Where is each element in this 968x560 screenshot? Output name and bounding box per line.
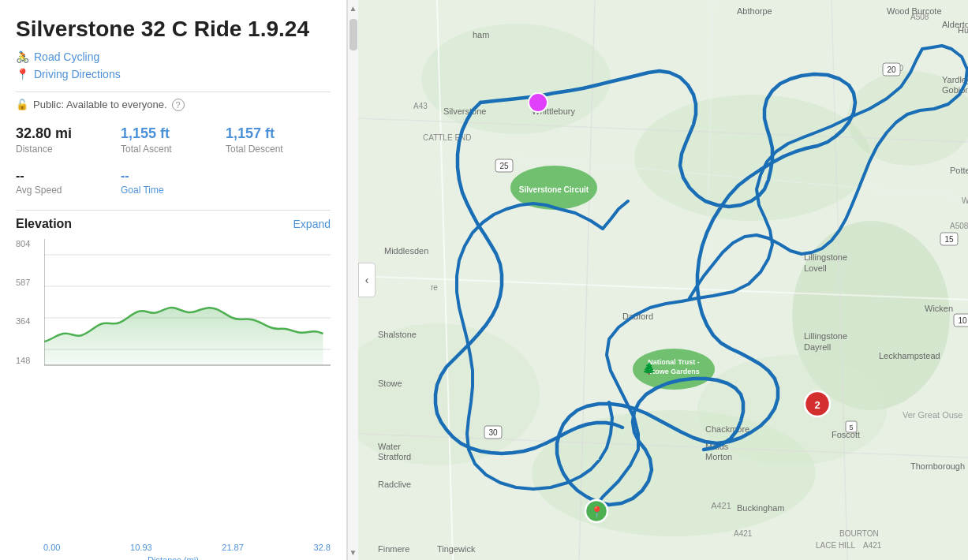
svg-text:🌲: 🌲 <box>642 362 656 375</box>
stats-row2: -- Avg Speed -- Goal Time <box>16 169 331 196</box>
svg-text:LACE HILL: LACE HILL <box>816 541 855 550</box>
svg-text:Abthorpe: Abthorpe <box>737 6 772 16</box>
x-label-1093: 10.93 <box>130 543 152 552</box>
distance-value: 32.80 mi <box>16 125 121 142</box>
svg-text:Radclive: Radclive <box>378 480 411 489</box>
svg-text:National Trust -: National Trust - <box>648 358 700 366</box>
elevation-chart: 804 587 364 148 <box>16 239 331 397</box>
svg-text:Finmere: Finmere <box>378 544 409 554</box>
svg-text:A508: A508 <box>910 13 929 21</box>
avg-speed-label: Avg Speed <box>16 185 121 196</box>
svg-text:Wicken: Wicken <box>925 304 953 313</box>
scroll-down-arrow[interactable]: ▼ <box>348 544 359 560</box>
svg-text:Stowe Gardens: Stowe Gardens <box>648 368 700 375</box>
svg-text:Shalstone: Shalstone <box>378 330 417 339</box>
avg-speed-value: -- <box>16 169 121 183</box>
goal-time-label: Goal Time <box>121 185 226 196</box>
bike-icon: 🚴 <box>16 50 29 63</box>
svg-text:Tingewick: Tingewick <box>437 544 476 554</box>
svg-text:A421: A421 <box>711 501 731 510</box>
left-panel: Silverstone 32 C Ride 1.9.24 🚴 Road Cycl… <box>0 0 347 560</box>
svg-point-84 <box>529 93 548 112</box>
svg-text:re: re <box>431 283 438 292</box>
divider-2 <box>16 210 331 211</box>
svg-text:Watling St: Watling St <box>962 196 968 205</box>
ascent-label: Total Ascent <box>121 144 226 155</box>
public-label: Public: Available to everyone. <box>33 99 167 110</box>
y-label-804: 804 <box>16 239 43 248</box>
y-label-148: 148 <box>16 356 43 365</box>
svg-text:Chackmore: Chackmore <box>705 424 749 434</box>
svg-text:BOURTON: BOURTON <box>839 529 879 538</box>
svg-text:Potterspury: Potterspury <box>950 166 968 175</box>
map-svg: Silverstone Circuit National Trust - Sto… <box>358 0 968 560</box>
svg-text:Buckingham: Buckingham <box>737 503 785 513</box>
svg-text:15: 15 <box>944 235 954 244</box>
descent-value: 1,157 ft <box>226 125 331 142</box>
y-axis-labels: 804 587 364 148 <box>16 239 43 365</box>
svg-text:Ver Great Ouse: Ver Great Ouse <box>903 410 962 420</box>
scroll-thumb[interactable] <box>349 19 357 50</box>
svg-text:A421: A421 <box>863 541 882 550</box>
svg-text:Morton: Morton <box>705 452 732 461</box>
x-axis-title: Distance (mi) <box>16 555 331 560</box>
y-label-587: 587 <box>16 278 43 287</box>
activity-type-label: Road Cycling <box>34 50 99 63</box>
driving-directions-label: Driving Directions <box>34 68 121 80</box>
elevation-title: Elevation <box>16 217 72 231</box>
x-axis-labels: 0.00 10.93 21.87 32.8 <box>16 543 331 552</box>
scrollbar-track: ▲ ▼ <box>347 0 358 560</box>
x-label-328: 32.8 <box>314 543 331 552</box>
svg-text:2: 2 <box>814 399 820 411</box>
svg-text:Hungate E: Hungate E <box>958 25 968 35</box>
svg-text:A43: A43 <box>413 102 428 110</box>
svg-text:Stowe: Stowe <box>378 379 402 388</box>
svg-text:A421: A421 <box>734 529 753 538</box>
svg-text:Dayrell: Dayrell <box>804 342 831 352</box>
help-icon[interactable]: ? <box>172 99 185 111</box>
svg-text:Silverstone Circuit: Silverstone Circuit <box>519 185 589 194</box>
svg-text:20: 20 <box>887 65 896 74</box>
activity-type-link[interactable]: 🚴 Road Cycling <box>16 50 331 63</box>
elevation-header: Elevation Expand <box>16 217 331 231</box>
svg-point-7 <box>421 24 611 134</box>
svg-text:Stratford: Stratford <box>378 452 411 461</box>
map-collapse-button[interactable]: ‹ <box>358 263 376 297</box>
expand-button[interactable]: Expand <box>293 218 331 230</box>
x-label-0: 0.00 <box>43 543 60 552</box>
svg-text:Lillingstone: Lillingstone <box>804 331 847 341</box>
svg-text:CATTLE END: CATTLE END <box>423 133 472 142</box>
stat-goal-time: -- Goal Time <box>121 169 226 196</box>
x-label-2187: 21.87 <box>222 543 244 552</box>
svg-text:ham: ham <box>473 30 489 39</box>
svg-text:Thornborough: Thornborough <box>910 461 965 471</box>
svg-text:📍: 📍 <box>590 506 604 519</box>
svg-text:Middlesden: Middlesden <box>384 246 428 256</box>
driving-directions-link[interactable]: 📍 Driving Directions <box>16 68 331 80</box>
ascent-value: 1,155 ft <box>121 125 226 142</box>
scroll-up-arrow[interactable]: ▲ <box>348 0 359 16</box>
stat-total-descent: 1,157 ft Total Descent <box>226 125 331 155</box>
distance-label: Distance <box>16 144 121 155</box>
lock-icon: 🔓 <box>16 99 28 110</box>
stats-grid: 32.80 mi Distance 1,155 ft Total Ascent … <box>16 125 331 155</box>
svg-text:A508: A508 <box>950 222 968 230</box>
svg-text:25: 25 <box>499 162 509 170</box>
stat-distance: 32.80 mi Distance <box>16 125 121 155</box>
svg-text:10: 10 <box>958 316 967 325</box>
page-title: Silverstone 32 C Ride 1.9.24 <box>16 16 331 43</box>
y-label-364: 364 <box>16 316 43 326</box>
map-area: Silverstone Circuit National Trust - Sto… <box>358 0 968 560</box>
public-info: 🔓 Public: Available to everyone. ? <box>16 99 331 111</box>
divider-1 <box>16 91 331 92</box>
pin-icon: 📍 <box>16 68 29 80</box>
descent-label: Total Descent <box>226 144 331 155</box>
svg-text:Leckhampstead: Leckhampstead <box>879 351 940 360</box>
svg-text:Lovell: Lovell <box>804 263 827 273</box>
svg-text:Silverstone: Silverstone <box>443 106 486 116</box>
svg-text:30: 30 <box>488 428 498 437</box>
stat-total-ascent: 1,155 ft Total Ascent <box>121 125 226 155</box>
elevation-svg <box>44 239 331 381</box>
svg-text:5: 5 <box>849 424 853 431</box>
stat-avg-speed: -- Avg Speed <box>16 169 121 196</box>
